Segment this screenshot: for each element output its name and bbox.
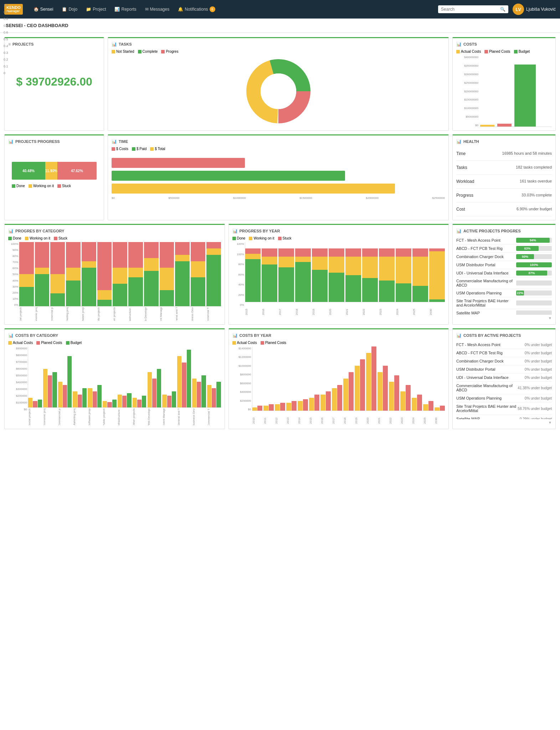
bar-segment	[113, 268, 127, 284]
nav-item-reports[interactable]: 📊 Reports	[111, 4, 140, 14]
bar-segment	[52, 372, 57, 407]
bar-segment	[43, 369, 47, 407]
active-projects-panel: 📊 ACTIVE PROJECTS PROGRES FCT - Mesh Acc…	[452, 224, 556, 325]
ca-item-value: 0% under budget	[525, 343, 552, 347]
bar-label: 2018	[343, 412, 354, 429]
dashboard: ≡ PROJECTS $ 39702926.00 📊 TASKS Not Sta…	[0, 33, 560, 437]
bar-segment	[201, 375, 206, 407]
nav-item-sensei[interactable]: 🏠 Sensei	[30, 4, 57, 14]
pbc-bars-area: Social projectsEconomic projectsCommerci…	[19, 242, 221, 321]
ap-item-bar: 63%	[516, 246, 539, 251]
bar-group	[396, 248, 411, 302]
bar-group	[389, 375, 399, 411]
bar-label: 2030	[435, 412, 445, 429]
health-rows: Time 16985 hours and 58 minutes Tasks 18…	[456, 147, 552, 216]
projects-amount: $ 39702926.00	[8, 68, 100, 96]
bar-segment	[66, 281, 81, 306]
tasks-donut: 1.00.90.80.70.60.50.40.30.20.10	[112, 56, 445, 127]
ca-list-item: Combination Charger Dock 0% under budget	[456, 357, 552, 365]
bar-label: 2025	[412, 303, 428, 321]
bar-segment	[28, 398, 32, 407]
avatar: LV	[513, 4, 524, 15]
bar-segment	[312, 257, 328, 270]
bar-segment	[216, 382, 221, 407]
search-input[interactable]	[441, 7, 498, 12]
bar-segment	[97, 300, 112, 306]
bar-segment	[67, 356, 72, 407]
ca-list[interactable]: FCT - Mesh Access Point 0% under budget …	[456, 341, 552, 419]
time-bar-costs	[112, 158, 445, 168]
segment-stuck: 47.62%	[57, 162, 97, 180]
bar-segment	[187, 350, 191, 407]
pby-chart: 120%100%80%60%40%20%0% 20152016201720182…	[232, 242, 445, 321]
bar-segment	[144, 258, 159, 271]
ap-list[interactable]: FCT - Mesh Access Point 94% ABCD - FCT P…	[456, 236, 552, 315]
bar-segment	[394, 375, 399, 411]
nav-item-project[interactable]: 📁 Project	[82, 4, 109, 14]
segment-working: 11.90%	[45, 162, 57, 180]
bar-segment	[257, 406, 262, 411]
legend-paid: $ Paid	[132, 147, 147, 151]
ap-list-item: USM Operations Planning 22%	[456, 289, 552, 297]
bar-segment	[112, 400, 117, 407]
bar-group	[329, 248, 344, 302]
bar-segment	[429, 248, 445, 251]
ca-list-item: ABCD - FCT PCB Test Rig 0% under budget	[456, 349, 552, 357]
bar-segment	[262, 264, 277, 302]
ca-title: 📊 COSTS BY ACTIVE PROJECTS	[456, 333, 552, 338]
ap-item-name: USM Operations Planning	[456, 291, 514, 295]
bar-segment	[97, 385, 102, 407]
bar-segment	[207, 385, 211, 407]
bar-label: 2011	[263, 412, 274, 429]
bar-group	[177, 350, 191, 407]
bar-label: General and Technical - Non Project Spec…	[175, 307, 190, 321]
time-x-labels: $0$500000$1000000$1500000$2000000$250000…	[112, 196, 445, 200]
bar-segment	[262, 257, 277, 265]
ap-item-name: ABCD - FCT PCB Test Rig	[456, 246, 514, 251]
nav-item-dojo[interactable]: 📋 Dojo	[58, 4, 81, 14]
health-row-time: Time 16985 hours and 58 minutes	[456, 147, 552, 161]
bar-group	[19, 242, 34, 306]
time-bar-paid	[112, 171, 445, 181]
bar-segment	[50, 274, 65, 293]
bar-segment	[278, 257, 294, 267]
user-menu[interactable]: LV Ljubiša Vuković	[513, 4, 556, 15]
bar-group	[191, 242, 205, 306]
ca-item-name: USM Operations Planning	[456, 396, 525, 400]
bar-segment	[128, 268, 143, 277]
nav-item-messages[interactable]: ✉ Messages	[142, 4, 173, 14]
ca-icon: 📊	[456, 333, 462, 338]
bar-label: 2016	[262, 303, 277, 321]
nav-item-notifications[interactable]: 🔔 Notifications 6	[174, 4, 219, 14]
ca-list-item: UDI - Universal Data Interface 0% under …	[456, 374, 552, 382]
costs-bar-actual	[480, 125, 494, 127]
bar-segment	[197, 382, 201, 407]
bar-group	[379, 248, 395, 302]
ap-list-item: FCT - Mesh Access Point 94%	[456, 236, 552, 245]
bar-group	[366, 346, 376, 411]
bar-label: Software projects	[88, 408, 102, 425]
ap-item-name: Site Trial Projetcs BAE Hunter and Arcel…	[456, 299, 514, 307]
search-box[interactable]: 🔍	[438, 5, 508, 13]
tasks-legend: Not Started Complete Progres	[112, 50, 445, 53]
bar-label: 2024	[412, 412, 422, 429]
bar-segment	[329, 273, 344, 302]
bar-segment	[326, 391, 331, 411]
bar-segment	[377, 372, 382, 411]
bar-segment	[82, 242, 96, 261]
bar-segment	[48, 375, 52, 407]
ap-list-item: Site Trial Projetcs BAE Hunter and Arcel…	[456, 297, 552, 309]
progress-by-year-panel: 📊 PROGRESS BY YEAR Done Working on it St…	[228, 224, 449, 325]
health-panel-title: 📊 HEALTH	[456, 139, 552, 144]
time-panel-title: 📊 TIME	[112, 139, 445, 144]
ap-item-name: Combination Charger Dock	[456, 255, 514, 259]
pp-legend: Done Working on it Stuck	[12, 184, 97, 188]
bar-segment	[82, 261, 96, 268]
bar-segment	[440, 406, 445, 411]
bar-segment	[157, 369, 161, 407]
bar-segment	[144, 242, 159, 258]
bar-group	[73, 388, 87, 407]
bar-segment	[412, 398, 417, 411]
bar-segment	[160, 268, 174, 290]
user-name: Ljubiša Vuković	[526, 7, 556, 12]
